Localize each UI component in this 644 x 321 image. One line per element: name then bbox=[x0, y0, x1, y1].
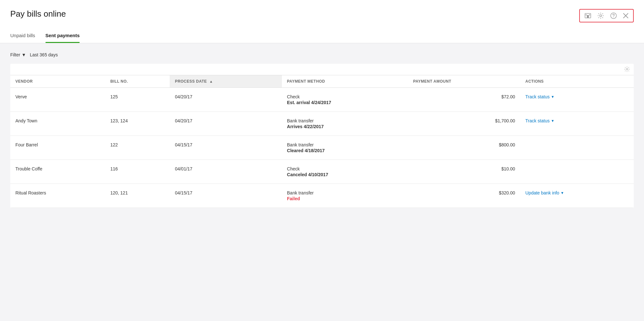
payment-method-type: Bank transfer bbox=[287, 118, 403, 123]
header: Pay bills online bbox=[0, 0, 644, 22]
table-row: Andy Town123, 12404/20/17Bank transferAr… bbox=[10, 112, 634, 136]
payment-method-status: Est. arrival 4/24/2017 bbox=[287, 100, 403, 105]
col-process-date[interactable]: PROCESS DATE ▲ bbox=[170, 75, 282, 88]
cell-action: Track status▼ bbox=[520, 112, 634, 136]
svg-point-7 bbox=[626, 69, 628, 70]
cell-process-date: 04/01/17 bbox=[170, 160, 282, 184]
cell-payment-method: CheckEst. arrival 4/24/2017 bbox=[282, 88, 408, 112]
settings-icon[interactable] bbox=[597, 12, 604, 19]
cell-action bbox=[520, 136, 634, 160]
action-label: Update bank info bbox=[525, 190, 559, 195]
tab-sent-payments[interactable]: Sent payments bbox=[46, 29, 80, 43]
cell-process-date: 04/20/17 bbox=[170, 112, 282, 136]
action-link-update-bank-info[interactable]: Update bank info▼ bbox=[525, 190, 564, 195]
action-label: Track status bbox=[525, 94, 550, 99]
svg-point-5 bbox=[611, 13, 616, 19]
page-container: Pay bills online bbox=[0, 0, 644, 321]
payment-method-status: Arrives 4/22/2017 bbox=[287, 124, 403, 129]
col-bill-no: BILL NO. bbox=[105, 75, 170, 88]
page-title: Pay bills online bbox=[10, 9, 66, 19]
cell-process-date: 04/15/17 bbox=[170, 136, 282, 160]
action-dropdown-arrow-icon: ▼ bbox=[561, 191, 564, 195]
cell-amount: $320.00 bbox=[408, 184, 520, 208]
cell-action: Track status▼ bbox=[520, 88, 634, 112]
cell-payment-method: Bank transferArrives 4/22/2017 bbox=[282, 112, 408, 136]
sort-arrow-icon: ▲ bbox=[209, 79, 213, 83]
cell-payment-method: Bank transferCleared 4/18/2017 bbox=[282, 136, 408, 160]
cell-amount: $10.00 bbox=[408, 160, 520, 184]
cell-vendor: Andy Town bbox=[10, 112, 105, 136]
cell-amount: $1,700.00 bbox=[408, 112, 520, 136]
svg-rect-2 bbox=[586, 14, 587, 15]
payment-method-type: Bank transfer bbox=[287, 142, 403, 147]
action-dropdown-arrow-icon: ▼ bbox=[551, 95, 555, 99]
svg-point-4 bbox=[600, 15, 602, 17]
cell-bill-no: 116 bbox=[105, 160, 170, 184]
cell-bill-no: 125 bbox=[105, 88, 170, 112]
cell-process-date: 04/15/17 bbox=[170, 184, 282, 208]
filter-value: Last 365 days bbox=[30, 52, 58, 57]
close-icon[interactable] bbox=[623, 13, 629, 19]
cell-process-date: 04/20/17 bbox=[170, 88, 282, 112]
payment-method-status: Failed bbox=[287, 196, 403, 201]
table-row: Verve12504/20/17CheckEst. arrival 4/24/2… bbox=[10, 88, 634, 112]
table-row: Four Barrel12204/15/17Bank transferClear… bbox=[10, 136, 634, 160]
action-link-track-status[interactable]: Track status▼ bbox=[525, 118, 555, 123]
payment-method-status: Cleared 4/18/2017 bbox=[287, 148, 403, 153]
company-icon[interactable] bbox=[584, 12, 591, 19]
filter-button[interactable]: Filter ▼ bbox=[10, 52, 26, 57]
cell-payment-method: CheckCanceled 4/10/2017 bbox=[282, 160, 408, 184]
cell-vendor: Verve bbox=[10, 88, 105, 112]
col-vendor: VENDOR bbox=[10, 75, 105, 88]
cell-bill-no: 123, 124 bbox=[105, 112, 170, 136]
payment-method-type: Check bbox=[287, 94, 403, 99]
cell-amount: $800.00 bbox=[408, 136, 520, 160]
col-payment-amount: PAYMENT AMOUNT bbox=[408, 75, 520, 88]
cell-amount: $72.00 bbox=[408, 88, 520, 112]
table-settings-row bbox=[10, 64, 634, 75]
table-container: VENDOR BILL NO. PROCESS DATE ▲ PAYMENT M… bbox=[10, 64, 634, 208]
tabs: Unpaid bills Sent payments bbox=[0, 29, 644, 43]
table-row: Ritual Roasters120, 12104/15/17Bank tran… bbox=[10, 184, 634, 208]
payment-method-type: Bank transfer bbox=[287, 190, 403, 195]
table-header-row: VENDOR BILL NO. PROCESS DATE ▲ PAYMENT M… bbox=[10, 75, 634, 88]
action-label: Track status bbox=[525, 118, 550, 123]
cell-action: Update bank info▼ bbox=[520, 184, 634, 208]
tab-unpaid-bills[interactable]: Unpaid bills bbox=[10, 29, 35, 43]
cell-vendor: Trouble Coffe bbox=[10, 160, 105, 184]
cell-bill-no: 120, 121 bbox=[105, 184, 170, 208]
svg-rect-1 bbox=[587, 15, 589, 18]
main-content: Filter ▼ Last 365 days VENDOR BI bbox=[0, 43, 644, 321]
cell-action bbox=[520, 160, 634, 184]
filter-chevron-icon: ▼ bbox=[21, 52, 26, 57]
svg-rect-3 bbox=[589, 14, 590, 15]
col-actions: ACTIONS bbox=[520, 75, 634, 88]
col-payment-method: PAYMENT METHOD bbox=[282, 75, 408, 88]
cell-bill-no: 122 bbox=[105, 136, 170, 160]
table-row: Trouble Coffe11604/01/17CheckCanceled 4/… bbox=[10, 160, 634, 184]
help-icon[interactable] bbox=[610, 12, 617, 19]
action-link-track-status[interactable]: Track status▼ bbox=[525, 94, 555, 99]
cell-payment-method: Bank transferFailed bbox=[282, 184, 408, 208]
payment-method-status: Canceled 4/10/2017 bbox=[287, 172, 403, 177]
action-dropdown-arrow-icon: ▼ bbox=[551, 119, 555, 123]
table-settings-icon[interactable] bbox=[624, 66, 630, 74]
cell-vendor: Four Barrel bbox=[10, 136, 105, 160]
filter-row: Filter ▼ Last 365 days bbox=[10, 52, 634, 57]
svg-point-6 bbox=[613, 17, 614, 18]
header-icons-group bbox=[579, 9, 634, 22]
payments-table: VENDOR BILL NO. PROCESS DATE ▲ PAYMENT M… bbox=[10, 75, 634, 208]
payment-method-type: Check bbox=[287, 166, 403, 171]
cell-vendor: Ritual Roasters bbox=[10, 184, 105, 208]
